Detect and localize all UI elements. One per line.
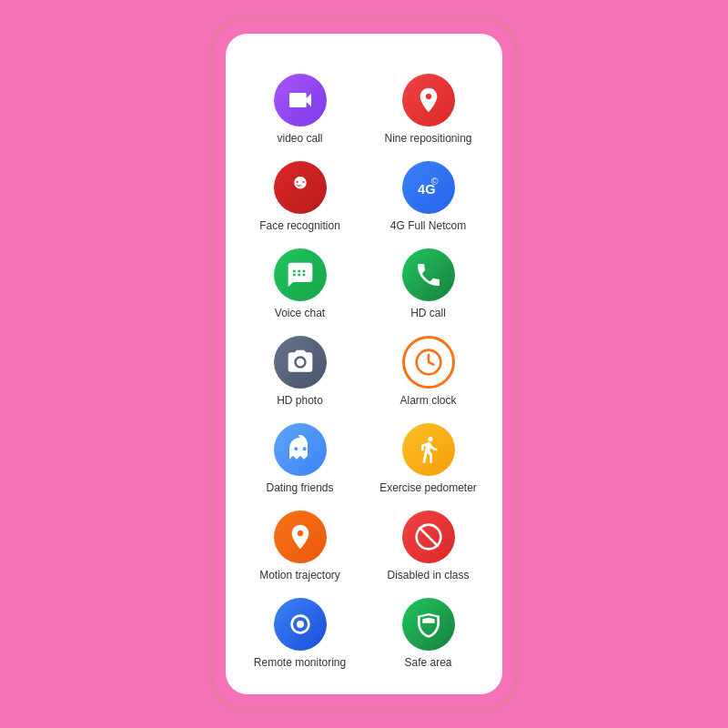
feature-label-4g-netcom: 4G Full Netcom bbox=[390, 219, 466, 232]
phone-screen: video callNine repositioningFace recogni… bbox=[226, 34, 502, 694]
svg-text:©: © bbox=[430, 176, 438, 187]
4g-icon: 4G© bbox=[402, 161, 455, 214]
feature-item-4g-netcom[interactable]: 4G©4G Full Netcom bbox=[369, 161, 488, 232]
feature-item-disabled-class[interactable]: Disabled in class bbox=[369, 511, 488, 581]
feature-item-remote-monitor[interactable]: Remote monitoring bbox=[240, 598, 359, 669]
feature-label-dating-friends: Dating friends bbox=[266, 481, 333, 494]
disabled-icon bbox=[402, 511, 455, 563]
feature-item-nine-repo[interactable]: Nine repositioning bbox=[369, 74, 488, 145]
safe-icon bbox=[402, 598, 455, 651]
svg-point-6 bbox=[298, 622, 302, 626]
feature-label-exercise: Exercise pedometer bbox=[379, 481, 477, 494]
feature-label-hd-call: HD call bbox=[410, 307, 446, 319]
feature-item-motion-trajectory[interactable]: Motion trajectory bbox=[240, 511, 359, 581]
feature-label-motion-trajectory: Motion trajectory bbox=[259, 569, 340, 581]
location-icon bbox=[402, 74, 455, 126]
feature-label-disabled-class: Disabled in class bbox=[387, 569, 469, 581]
remote-icon bbox=[274, 598, 327, 651]
phone-frame: video callNine repositioningFace recogni… bbox=[209, 15, 519, 713]
camera-icon bbox=[274, 336, 327, 389]
feature-item-hd-photo[interactable]: HD photo bbox=[240, 336, 359, 407]
feature-item-hd-call[interactable]: HD call bbox=[369, 248, 488, 319]
feature-item-exercise[interactable]: Exercise pedometer bbox=[369, 423, 488, 494]
feature-label-video-call: video call bbox=[277, 132, 322, 145]
ghost-icon bbox=[274, 423, 327, 476]
feature-label-voice-chat: Voice chat bbox=[275, 307, 325, 319]
phone-icon bbox=[402, 248, 455, 301]
feature-item-video-call[interactable]: video call bbox=[240, 74, 359, 145]
walk-icon bbox=[402, 423, 455, 476]
feature-item-voice-chat[interactable]: Voice chat bbox=[240, 248, 359, 319]
feature-item-alarm-clock[interactable]: Alarm clock bbox=[369, 336, 488, 407]
feature-label-safe-area: Safe area bbox=[404, 656, 451, 669]
feature-label-nine-repo: Nine repositioning bbox=[384, 132, 471, 145]
feature-item-safe-area[interactable]: Safe area bbox=[369, 598, 488, 669]
feature-label-remote-monitor: Remote monitoring bbox=[254, 656, 346, 669]
features-grid: video callNine repositioningFace recogni… bbox=[240, 74, 488, 669]
video-icon bbox=[274, 74, 327, 126]
feature-item-face-recognition[interactable]: Face recognition bbox=[240, 161, 359, 232]
feature-label-hd-photo: HD photo bbox=[277, 394, 323, 407]
feature-label-face-recognition: Face recognition bbox=[259, 219, 340, 232]
clock-icon bbox=[402, 336, 455, 389]
chat-icon bbox=[274, 248, 327, 301]
feature-item-dating-friends[interactable]: Dating friends bbox=[240, 423, 359, 494]
svg-line-5 bbox=[419, 527, 438, 546]
feature-label-alarm-clock: Alarm clock bbox=[399, 394, 456, 407]
motion-icon bbox=[274, 511, 327, 563]
face-icon bbox=[274, 161, 327, 214]
